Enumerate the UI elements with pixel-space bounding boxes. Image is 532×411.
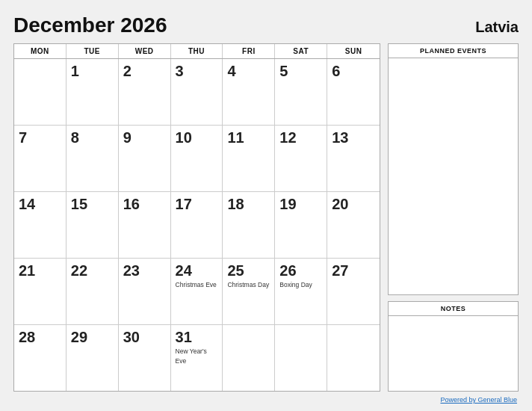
day-number: 12 [279, 129, 296, 146]
calendar-day: 21 [14, 259, 66, 324]
day-number: 3 [176, 62, 184, 80]
day-number: 31 [176, 328, 192, 346]
weekday-header: WED [119, 44, 171, 58]
weekday-header: FRI [223, 44, 275, 58]
calendar-day: 8 [66, 126, 119, 191]
day-event: Christmas Eve [176, 281, 217, 289]
calendar-body: 123456789101112131415161718192021222324C… [14, 59, 380, 391]
calendar-day: 25Christmas Day [223, 259, 275, 324]
day-event: Boxing Day [279, 281, 312, 289]
notes-content [389, 316, 518, 391]
calendar-day: 14 [14, 192, 66, 258]
day-number: 29 [71, 328, 87, 346]
calendar-day: 15 [66, 192, 119, 258]
day-number: 26 [279, 262, 296, 279]
calendar-day: 28 [14, 325, 66, 391]
page: December 2026 Latvia MONTUEWEDTHUFRISATS… [0, 0, 532, 411]
day-number: 22 [71, 262, 87, 279]
day-event: Christmas Day [227, 281, 269, 289]
calendar-day [327, 325, 380, 391]
day-number: 20 [332, 195, 348, 213]
calendar-day: 12 [275, 126, 327, 191]
day-number: 5 [279, 62, 288, 80]
calendar-day: 27 [327, 259, 380, 324]
day-number: 10 [176, 129, 192, 146]
day-number: 24 [176, 262, 192, 279]
day-number: 17 [176, 195, 192, 213]
day-number: 11 [227, 129, 244, 146]
planned-events-header: PLANNED EVENTS [389, 44, 518, 58]
calendar-day: 4 [223, 59, 275, 125]
calendar-day: 3 [171, 59, 223, 125]
planned-events-box: PLANNED EVENTS [388, 43, 519, 295]
calendar-day: 31New Year'sEve [171, 325, 223, 391]
calendar-day: 9 [119, 126, 171, 191]
weekday-header: THU [171, 44, 223, 58]
calendar-day: 1 [66, 59, 119, 125]
day-number: 8 [71, 129, 79, 146]
day-number: 4 [227, 62, 235, 80]
header: December 2026 Latvia [13, 13, 519, 37]
calendar-day: 10 [171, 126, 223, 191]
day-event: New Year's [176, 347, 207, 356]
day-number: 19 [279, 195, 296, 213]
calendar-day: 6 [327, 59, 380, 125]
calendar-day: 22 [66, 259, 119, 324]
day-number: 9 [123, 129, 132, 146]
day-number: 1 [71, 62, 79, 80]
calendar-day: 17 [171, 192, 223, 258]
main-area: MONTUEWEDTHUFRISATSUN 123456789101112131… [13, 43, 519, 392]
calendar-day [223, 325, 275, 391]
day-number: 15 [71, 195, 87, 213]
calendar: MONTUEWEDTHUFRISATSUN 123456789101112131… [13, 43, 380, 392]
calendar-day: 13 [327, 126, 380, 191]
weekday-header: TUE [66, 44, 119, 58]
day-number: 16 [123, 195, 140, 213]
calendar-day: 23 [119, 259, 171, 324]
day-event: Eve [176, 357, 187, 365]
calendar-day: 18 [223, 192, 275, 258]
calendar-day: 2 [119, 59, 171, 125]
day-number: 7 [19, 129, 27, 146]
notes-box: NOTES [388, 301, 519, 392]
day-number: 27 [332, 262, 348, 279]
day-number: 18 [227, 195, 244, 213]
notes-header: NOTES [389, 302, 518, 316]
powered-by-link[interactable]: Powered by General Blue [440, 396, 517, 404]
calendar-day: 24Christmas Eve [171, 259, 223, 324]
calendar-day: 11 [223, 126, 275, 191]
day-number: 28 [19, 328, 35, 346]
day-number: 14 [19, 195, 35, 213]
day-number: 23 [123, 262, 140, 279]
planned-events-content [389, 58, 518, 294]
calendar-day [14, 59, 66, 125]
calendar-day: 29 [66, 325, 119, 391]
day-number: 2 [123, 62, 132, 80]
weekday-header: MON [14, 44, 66, 58]
weekday-header: SAT [275, 44, 327, 58]
calendar-day: 19 [275, 192, 327, 258]
calendar-week: 78910111213 [14, 126, 380, 192]
calendar-day [275, 325, 327, 391]
calendar-week: 14151617181920 [14, 192, 380, 259]
calendar-week: 28293031New Year'sEve [14, 325, 380, 391]
day-number: 25 [227, 262, 244, 279]
calendar-day: 26Boxing Day [275, 259, 327, 324]
day-number: 21 [19, 262, 35, 279]
calendar-day: 30 [119, 325, 171, 391]
calendar-week: 123456 [14, 59, 380, 126]
weekday-header: SUN [327, 44, 380, 58]
calendar-header: MONTUEWEDTHUFRISATSUN [14, 44, 380, 59]
day-number: 13 [332, 129, 348, 146]
sidebar: PLANNED EVENTS NOTES [388, 43, 519, 392]
day-number: 6 [332, 62, 340, 80]
calendar-day: 20 [327, 192, 380, 258]
page-title: December 2026 [13, 13, 167, 37]
calendar-day: 7 [14, 126, 66, 191]
calendar-day: 5 [275, 59, 327, 125]
country-label: Latvia [475, 19, 519, 36]
day-number: 30 [123, 328, 140, 346]
calendar-day: 16 [119, 192, 171, 258]
footer: Powered by General Blue [13, 396, 519, 404]
calendar-week: 21222324Christmas Eve25Christmas Day26Bo… [14, 259, 380, 325]
